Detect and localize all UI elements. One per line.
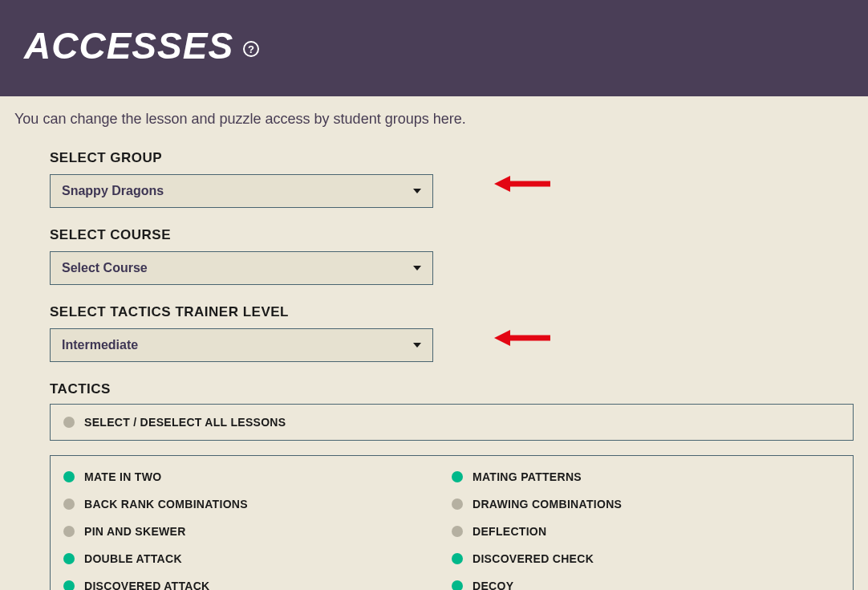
toggle-bullet-icon — [452, 526, 463, 537]
toggle-bullet-icon — [452, 471, 463, 482]
course-select-wrap: Select Course — [50, 251, 433, 285]
tactic-label: DISCOVERED ATTACK — [84, 580, 210, 590]
toggle-bullet-icon — [63, 498, 75, 510]
tactic-label: DEFLECTION — [473, 525, 546, 538]
help-icon[interactable]: ? — [243, 41, 259, 57]
toggle-bullet-icon — [452, 580, 463, 590]
tactic-item[interactable]: DOUBLE ATTACK — [63, 552, 452, 565]
tactics-right-column: MATING PATTERNSDRAWING COMBINATIONSDEFLE… — [452, 470, 840, 590]
trainer-level-select-wrap: Intermediate — [50, 328, 433, 362]
tactics-left-column: MATE IN TWOBACK RANK COMBINATIONSPIN AND… — [63, 470, 452, 590]
tactics-title: TACTICS — [50, 381, 854, 397]
group-label: SELECT GROUP — [50, 150, 854, 166]
trainer-level-form-group: SELECT TACTICS TRAINER LEVEL Intermediat… — [50, 304, 854, 362]
tactic-item[interactable]: DRAWING COMBINATIONS — [452, 498, 840, 511]
select-all-lessons[interactable]: SELECT / DESELECT ALL LESSONS — [50, 404, 854, 441]
tactic-label: MATE IN TWO — [84, 470, 161, 483]
group-select-wrap: Snappy Dragons — [50, 174, 433, 208]
annotation-arrow-icon — [493, 327, 552, 349]
trainer-level-select[interactable]: Intermediate — [50, 328, 433, 362]
toggle-bullet-icon — [63, 580, 75, 590]
course-label: SELECT COURSE — [50, 227, 854, 243]
trainer-level-label: SELECT TACTICS TRAINER LEVEL — [50, 304, 854, 320]
course-select[interactable]: Select Course — [50, 251, 433, 285]
tactic-item[interactable]: PIN AND SKEWER — [63, 525, 452, 538]
page-content: You can change the lesson and puzzle acc… — [0, 96, 868, 590]
toggle-bullet-icon — [63, 553, 75, 564]
toggle-bullet-icon — [63, 471, 75, 482]
tactic-label: MATING PATTERNS — [473, 470, 582, 483]
annotation-arrow-icon — [493, 173, 552, 195]
tactic-item[interactable]: DEFLECTION — [452, 525, 840, 538]
tactic-item[interactable]: DECOY — [452, 580, 840, 590]
tactic-label: DOUBLE ATTACK — [84, 552, 182, 565]
group-form-group: SELECT GROUP Snappy Dragons — [50, 150, 854, 208]
tactic-item[interactable]: BACK RANK COMBINATIONS — [63, 498, 452, 511]
tactic-item[interactable]: MATING PATTERNS — [452, 470, 840, 483]
toggle-bullet-icon — [63, 526, 75, 537]
select-all-label: SELECT / DESELECT ALL LESSONS — [84, 416, 286, 429]
course-form-group: SELECT COURSE Select Course — [50, 227, 854, 285]
group-select[interactable]: Snappy Dragons — [50, 174, 433, 208]
tactic-label: DISCOVERED CHECK — [473, 552, 594, 565]
toggle-bullet-icon — [452, 498, 463, 510]
page-title: ACCESSES — [24, 24, 233, 67]
tactic-item[interactable]: DISCOVERED ATTACK — [63, 580, 452, 590]
svg-marker-1 — [494, 176, 510, 192]
page-header: ACCESSES ? — [0, 0, 868, 96]
toggle-bullet-icon — [63, 417, 75, 428]
tactic-label: BACK RANK COMBINATIONS — [84, 498, 248, 511]
form-section: SELECT GROUP Snappy Dragons SELECT — [14, 150, 854, 590]
page-description: You can change the lesson and puzzle acc… — [14, 111, 854, 128]
tactic-label: PIN AND SKEWER — [84, 525, 186, 538]
tactic-item[interactable]: MATE IN TWO — [63, 470, 452, 483]
toggle-bullet-icon — [452, 553, 463, 564]
svg-marker-3 — [494, 330, 510, 346]
tactic-label: DRAWING COMBINATIONS — [473, 498, 622, 511]
tactics-section: TACTICS SELECT / DESELECT ALL LESSONS MA… — [50, 381, 854, 590]
tactics-grid: MATE IN TWOBACK RANK COMBINATIONSPIN AND… — [50, 455, 854, 590]
tactic-item[interactable]: DISCOVERED CHECK — [452, 552, 840, 565]
tactic-label: DECOY — [473, 580, 513, 590]
